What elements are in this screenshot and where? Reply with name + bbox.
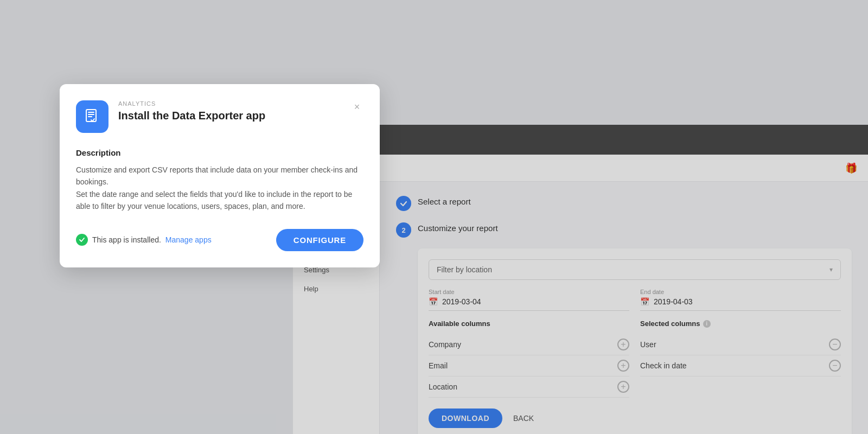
description-text: Customize and export CSV reports that in… [76,164,363,213]
modal-card: ANALYTICS Install the Data Exporter app … [60,84,380,267]
configure-button[interactable]: CONFIGURE [276,229,363,251]
close-button[interactable]: × [350,100,363,113]
modal-title-group: ANALYTICS Install the Data Exporter app [118,100,345,122]
modal-header: ANALYTICS Install the Data Exporter app … [76,100,363,133]
installed-text: This app is installed. [92,235,161,244]
modal-category: ANALYTICS [118,100,345,107]
modal-title: Install the Data Exporter app [118,110,345,122]
modal-footer: This app is installed. Manage apps CONFI… [76,229,363,251]
app-icon [76,100,108,133]
description-title: Description [76,148,363,157]
installed-status: This app is installed. Manage apps [76,234,212,246]
manage-apps-link[interactable]: Manage apps [165,235,212,244]
installed-check-icon [76,234,88,246]
